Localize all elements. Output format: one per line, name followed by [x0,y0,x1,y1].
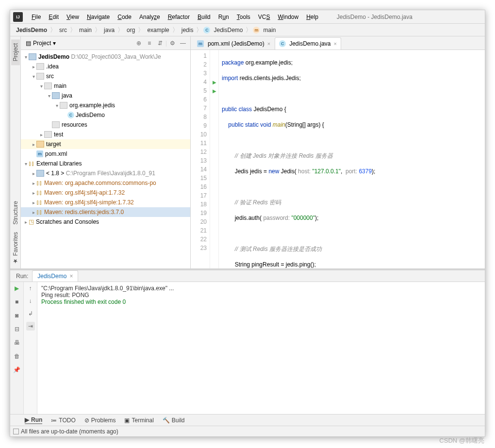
node-class[interactable]: CJedisDemo [21,110,190,120]
bc-method[interactable]: main [261,27,278,33]
node-package[interactable]: ▾org.example.jedis [21,100,190,110]
up-icon[interactable]: ↑ [26,284,35,293]
maven-file-icon: m [36,150,43,157]
menu-refactor[interactable]: Refactor [164,14,194,20]
tab-jedisdemo[interactable]: CJedisDemo.java× [275,37,341,50]
status-bar: All files are up-to-date (moments ago) [10,426,485,436]
menu-code[interactable]: Code [114,14,135,20]
expand-all-icon[interactable]: ≡ [145,39,154,48]
watermark: CSDN @韩曙亮 [439,436,484,445]
wrap-icon[interactable]: ↲ [26,309,35,318]
node-maven-1[interactable]: ▸⫿⫿Maven: org.apache.commons:commons-po [21,178,190,188]
node-maven-3[interactable]: ▸⫿⫿Maven: org.slf4j:slf4j-simple:1.7.32 [21,198,190,207]
chevron-right-icon: 〉 [69,26,77,34]
node-main[interactable]: ▾main [21,81,190,91]
play-icon[interactable]: ▶ [210,86,218,95]
node-idea[interactable]: ▸.idea [21,62,190,71]
node-src[interactable]: ▾src [21,71,190,81]
chevron-right-icon: 〉 [116,26,125,34]
menu-help[interactable]: Help [302,14,322,20]
camera-icon[interactable]: ◙ [13,311,21,320]
menu-tools[interactable]: Tools [233,14,254,20]
side-tab-project[interactable]: Project [11,39,20,65]
project-view-selector[interactable]: ▤ Project ▾ [23,40,59,47]
run-markers: ▶▶ [210,50,219,268]
bc-org[interactable]: org [125,27,137,33]
menu-edit[interactable]: Edit [45,14,63,20]
bottom-tab-build[interactable]: 🔨 Build [163,417,185,424]
play-icon[interactable]: ▶ [210,78,218,86]
print-icon[interactable]: 🖶 [13,338,21,347]
node-resources[interactable]: resources [21,120,190,130]
console-output[interactable]: "C:\Program Files\Java\jdk1.8.0_91\bin\j… [37,282,485,414]
menu-build[interactable]: Build [194,14,214,20]
chevron-right-icon: 〉 [137,26,145,34]
chevron-right-icon: 〉 [245,26,253,34]
bc-main[interactable]: main [77,27,94,33]
run-toolbar-1: ▶ ■ ◙ ⊟ 🖶 🗑 📌 [10,282,24,414]
node-ext-libs[interactable]: ▾⫿⫿External Libraries [21,159,190,168]
bc-example[interactable]: example [145,27,171,33]
rerun-icon[interactable]: ▶ [13,284,21,293]
breadcrumb: JedisDemo 〉 src 〉 main 〉 java 〉 org 〉 ex… [10,24,485,36]
bottom-tool-tabs: ▶ Run ≔ TODO ⊘ Problems ▣ Terminal 🔨 Bui… [10,414,485,426]
close-icon[interactable]: × [334,41,337,47]
tab-pom[interactable]: mpom.xml (JedisDemo)× [193,37,275,50]
bc-src[interactable]: src [57,27,69,33]
run-label: Run: [12,273,32,280]
bc-class[interactable]: JedisDemo [212,27,245,33]
node-java[interactable]: ▾java [21,91,190,100]
bottom-tab-todo[interactable]: ≔ TODO [51,417,75,424]
bc-java[interactable]: java [102,27,116,33]
trash-icon[interactable]: 🗑 [13,352,21,361]
node-jdk[interactable]: ▸< 1.8 > C:\Program Files\Java\jdk1.8.0_… [21,168,190,178]
side-tab-structure[interactable]: Structure [11,197,20,229]
bc-root[interactable]: JedisDemo [14,27,49,33]
bottom-tab-run[interactable]: ▶ Run [25,416,42,424]
menu-file[interactable]: File [28,14,45,20]
node-scratches[interactable]: ▸◳Scratches and Consoles [21,217,190,227]
node-maven-2[interactable]: ▸⫿⫿Maven: org.slf4j:slf4j-api:1.7.32 [21,188,190,198]
down-icon[interactable]: ↓ [26,297,35,305]
close-icon[interactable]: × [267,41,270,47]
menu-run[interactable]: Run [214,14,233,20]
app-logo-icon: IJ [13,12,23,22]
menu-vcs[interactable]: VCS [254,14,274,20]
collapse-all-icon[interactable]: ⇵ [156,39,165,48]
stop-icon[interactable]: ■ [13,298,21,306]
bottom-tab-problems[interactable]: ⊘ Problems [84,417,116,424]
node-project[interactable]: ▾JedisDemo D:\002_Project\003_Java_Work\… [21,52,190,62]
run-toolbar-2: ↑ ↓ ↲ ⇥ [24,282,37,414]
node-test[interactable]: ▸test [21,130,190,139]
status-text: All files are up-to-date (moments ago) [21,428,118,435]
maven-file-icon: m [197,40,204,47]
side-tab-favorites[interactable]: ★ Favorites [11,228,20,268]
bottom-tab-terminal[interactable]: ▣ Terminal [124,417,153,424]
run-tab-jedisdemo[interactable]: JedisDemo× [32,270,78,282]
checkbox-icon[interactable] [13,429,19,434]
pin-icon[interactable]: 📌 [13,365,21,374]
node-maven-4[interactable]: ▸⫿⫿Maven: redis.clients:jedis:3.7.0 [21,207,190,217]
bc-jedis[interactable]: jedis [180,27,196,33]
menu-window[interactable]: Window [274,14,302,20]
menu-navigate[interactable]: Navigate [83,14,114,20]
chevron-right-icon: 〉 [171,26,180,34]
menubar: IJ File Edit View Navigate Code Analyze … [10,10,485,24]
code-editor[interactable]: 1234567891011121314151617181920212223 ▶▶… [191,50,485,268]
chevron-right-icon: 〉 [49,26,57,34]
node-pom[interactable]: mpom.xml [21,149,190,159]
locate-icon[interactable]: ⊕ [134,39,143,48]
node-target[interactable]: ▸target [21,139,190,149]
class-icon: C [67,112,74,118]
chevron-right-icon: 〉 [195,26,203,34]
left-gutter: Project Structure ★ Favorites [10,36,21,268]
menu-analyze[interactable]: Analyze [135,14,164,20]
gear-icon[interactable]: ⚙ [168,39,177,48]
hide-icon[interactable]: — [179,39,187,48]
layout-icon[interactable]: ⊟ [13,325,21,333]
scroll-icon[interactable]: ⇥ [26,322,35,331]
project-tree-pane: ▤ Project ▾ ⊕ ≡ ⇵ | ⚙ — ▾JedisDemo D:\00… [21,36,191,268]
line-gutter: 1234567891011121314151617181920212223 [191,50,210,268]
close-icon[interactable]: × [69,273,73,280]
menu-view[interactable]: View [63,14,83,20]
